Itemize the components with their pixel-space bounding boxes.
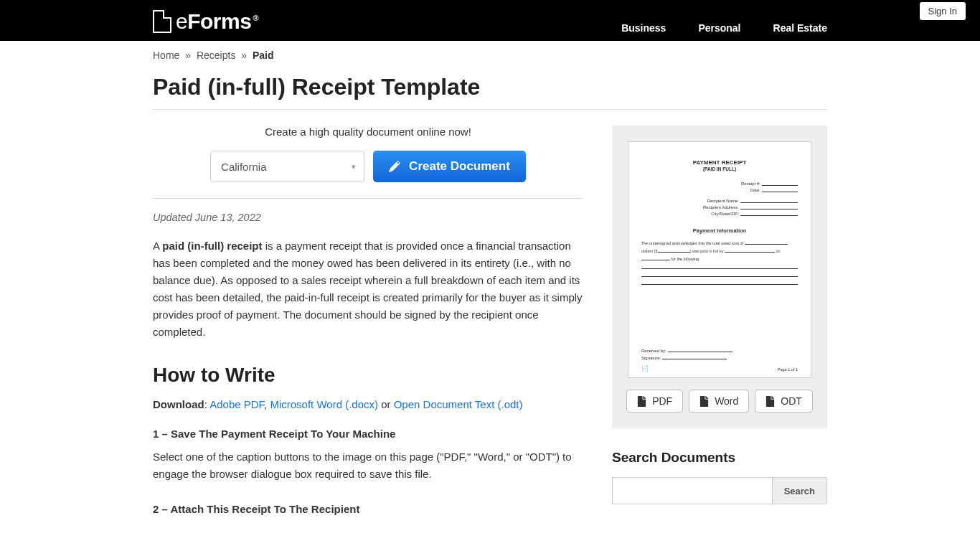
pencil-icon: [389, 161, 400, 172]
file-icon: [699, 396, 709, 407]
breadcrumb-sep: »: [241, 50, 247, 61]
create-document-button[interactable]: Create Document: [373, 151, 526, 182]
intro-paragraph: A paid (in-full) receipt is a payment re…: [153, 237, 583, 341]
document-preview[interactable]: PAYMENT RECEIPT (PAID IN FULL) Receipt #…: [628, 141, 811, 378]
step-2-title: 2 – Attach This Receipt To The Recipient: [153, 503, 583, 515]
download-word-link[interactable]: Microsoft Word (.docx): [270, 398, 378, 410]
main-content: Create a high quality document online no…: [153, 126, 583, 524]
download-line: Download: Adobe PDF, Microsoft Word (.do…: [153, 398, 583, 410]
download-word-button[interactable]: Word: [689, 390, 749, 413]
document-icon: [153, 10, 171, 33]
step-1-text: Select one of the caption buttons to the…: [153, 448, 583, 483]
preview-doc-icon: 📄: [641, 365, 649, 372]
preview-box: PAYMENT RECEIPT (PAID IN FULL) Receipt #…: [612, 126, 827, 428]
site-header: Sign In eForms® Business Personal Real E…: [0, 0, 980, 41]
preview-page-number: Page 1 of 1: [778, 367, 798, 372]
search-input[interactable]: [612, 477, 772, 504]
preview-section: Payment Information: [641, 227, 798, 234]
updated-date: Updated June 13, 2022: [153, 212, 583, 223]
breadcrumb-home[interactable]: Home: [153, 50, 179, 61]
create-prompt: Create a high quality document online no…: [153, 126, 583, 138]
download-buttons: PDF Word ODT: [628, 390, 811, 413]
breadcrumb-current: Paid: [253, 50, 274, 61]
download-odt-button[interactable]: ODT: [755, 390, 813, 413]
search-title: Search Documents: [612, 450, 827, 466]
preview-subtitle: (PAID IN FULL): [641, 166, 798, 171]
search-button[interactable]: Search: [772, 477, 827, 504]
create-button-label: Create Document: [409, 159, 510, 174]
preview-body: The undersigned acknowledges that the to…: [641, 240, 798, 263]
download-pdf-link[interactable]: Adobe PDF: [209, 398, 264, 410]
logo-text: eForms®: [176, 9, 258, 34]
breadcrumb-receipts[interactable]: Receipts: [197, 50, 235, 61]
create-document-box: Create a high quality document online no…: [153, 126, 583, 182]
state-select[interactable]: California: [210, 151, 364, 182]
file-icon: [765, 396, 775, 407]
primary-nav: Business Personal Real Estate: [621, 22, 827, 34]
breadcrumb-sep: »: [185, 50, 191, 61]
sidebar: PAYMENT RECEIPT (PAID IN FULL) Receipt #…: [612, 126, 827, 524]
download-pdf-button[interactable]: PDF: [626, 390, 683, 413]
download-odt-link[interactable]: Open Document Text (.odt): [394, 398, 523, 410]
logo[interactable]: eForms®: [153, 9, 258, 34]
preview-title: PAYMENT RECEIPT: [641, 159, 798, 166]
file-icon: [637, 396, 646, 407]
nav-personal[interactable]: Personal: [698, 22, 740, 34]
nav-real-estate[interactable]: Real Estate: [773, 22, 827, 34]
title-separator: [153, 109, 827, 110]
sign-in-button[interactable]: Sign In: [920, 2, 966, 20]
section-separator: [153, 198, 583, 199]
page-title: Paid (in-full) Receipt Template: [153, 74, 827, 100]
search-section: Search Documents Search: [612, 450, 827, 504]
nav-business[interactable]: Business: [621, 22, 666, 34]
step-1-title: 1 – Save The Payment Receipt To Your Mac…: [153, 428, 583, 440]
breadcrumb: Home » Receipts » Paid: [153, 50, 827, 61]
howto-heading: How to Write: [153, 364, 583, 387]
